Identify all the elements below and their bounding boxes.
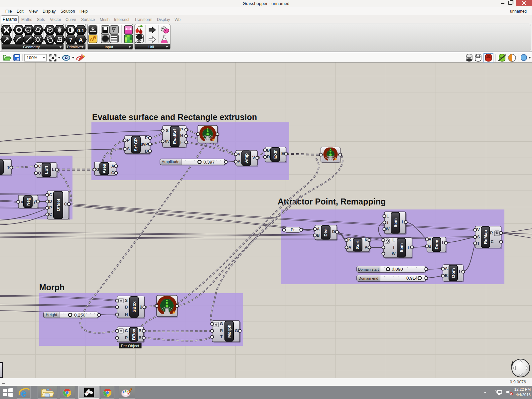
svg-text:i: i [402,220,403,224]
svg-text:uv: uv [165,139,170,144]
svg-text:Item: Item [399,243,404,252]
svg-text:S: S [477,235,480,239]
svg-text:Item: Item [393,218,398,227]
svg-text:C: C [125,329,128,333]
svg-text:EvalSrf: EvalSrf [172,129,177,144]
svg-text:Input: Input [105,45,113,49]
svg-text:C: C [49,212,52,217]
svg-text:F: F [180,140,183,145]
svg-text:N: N [180,134,183,138]
svg-text:ReMap: ReMap [483,230,488,244]
svg-text:G: G [96,167,99,172]
svg-text:C: C [491,239,494,244]
svg-text:A: A [348,245,351,250]
svg-text:V: V [252,156,255,160]
svg-text:A: A [445,266,448,271]
svg-text:Morph: Morph [39,283,65,292]
svg-text:W: W [386,227,390,231]
svg-text:Amplitude: Amplitude [162,160,180,164]
svg-text:B: B [317,233,320,238]
svg-text:E: E [281,151,284,156]
svg-text:Util: Util [148,45,154,49]
svg-text:B: B [139,335,142,340]
svg-text:0.914: 0.914 [406,276,418,281]
svg-text:Dom: Dom [434,240,439,249]
svg-text:Domain end: Domain end [358,276,378,280]
svg-text:V: V [477,227,480,232]
svg-text:y: y [34,199,36,204]
svg-text:C: C [49,193,52,197]
svg-text:P: P [49,205,52,210]
svg-text:T: T [477,241,480,246]
svg-text:0.397: 0.397 [203,160,215,165]
svg-text:P: P [125,335,128,340]
svg-text:P: P [127,138,130,143]
svg-text:x: x [21,200,23,204]
svg-text:Geometry: Geometry [23,45,40,49]
svg-text:P: P [180,127,183,132]
svg-text:A: A [111,164,114,169]
svg-text:G: G [235,329,238,333]
svg-text:R: R [490,231,493,235]
svg-text:0.1: 0.1 [77,28,84,33]
svg-text:BBox: BBox [131,329,136,340]
svg-text:D: D [49,199,52,204]
svg-text:Loft: Loft [44,166,49,174]
svg-text:Area: Area [102,164,107,174]
svg-text:Offset: Offset [56,199,61,211]
svg-text:H: H [125,312,128,317]
svg-text:T: T [7,165,10,170]
svg-text:100%: 100% [27,56,37,60]
svg-text:7: 7 [69,37,72,43]
svg-text:A: A [317,227,320,231]
svg-text:R: R [220,329,223,333]
svg-text:A: A [238,159,241,164]
svg-text:B: B [267,148,270,153]
svg-text:D: D [267,155,270,159]
svg-text:S: S [127,147,130,151]
svg-text:Dist: Dist [323,228,328,236]
svg-text:L: L [386,214,389,218]
svg-text:S: S [166,128,169,133]
svg-text:D: D [125,305,128,310]
svg-text:I: I [442,240,443,245]
svg-text:i: i [393,245,394,250]
svg-text:i: i [387,220,388,225]
svg-text:Height: Height [46,313,57,317]
svg-text:L: L [392,238,395,242]
svg-text:K: K [365,238,368,242]
svg-text:V: V [238,152,240,157]
svg-text:I: I [459,269,460,274]
svg-text:A: A [79,37,83,43]
svg-text:B: B [429,244,432,249]
svg-text:i: i [408,245,409,250]
svg-text:Per Object: Per Object [121,344,139,348]
svg-text:uvP: uvP [141,142,148,147]
svg-text:O: O [38,171,41,176]
svg-text:D: D [332,229,335,234]
svg-text:Pt: Pt [291,228,295,232]
svg-text:A: A [429,237,432,242]
svg-text:P: P [145,136,148,140]
svg-text:C: C [64,202,67,206]
svg-text:Evaluate surface and Rectangle: Evaluate surface and Rectangle extrusion [92,112,257,122]
svg-text:A: A [365,245,368,250]
svg-text:Sort: Sort [355,240,360,249]
svg-text:B: B [140,305,143,310]
svg-text:Extr: Extr [273,150,278,159]
svg-text:SBox: SBox [132,301,137,313]
svg-text:K: K [348,238,351,242]
svg-text:Morph: Morph [227,325,232,338]
svg-text:Domain start: Domain start [358,267,379,271]
svg-text:G: G [220,322,223,326]
svg-text:0.090: 0.090 [392,267,403,272]
svg-text:T: T [220,334,223,339]
svg-text:W: W [392,251,396,256]
svg-text:B: B [445,273,448,278]
svg-text:Amp: Amp [244,153,249,163]
svg-text:D: D [145,149,148,154]
svg-text:0.250: 0.250 [74,313,85,318]
svg-text:L: L [52,167,54,172]
svg-text:C: C [38,164,41,169]
svg-text:C: C [111,171,114,175]
